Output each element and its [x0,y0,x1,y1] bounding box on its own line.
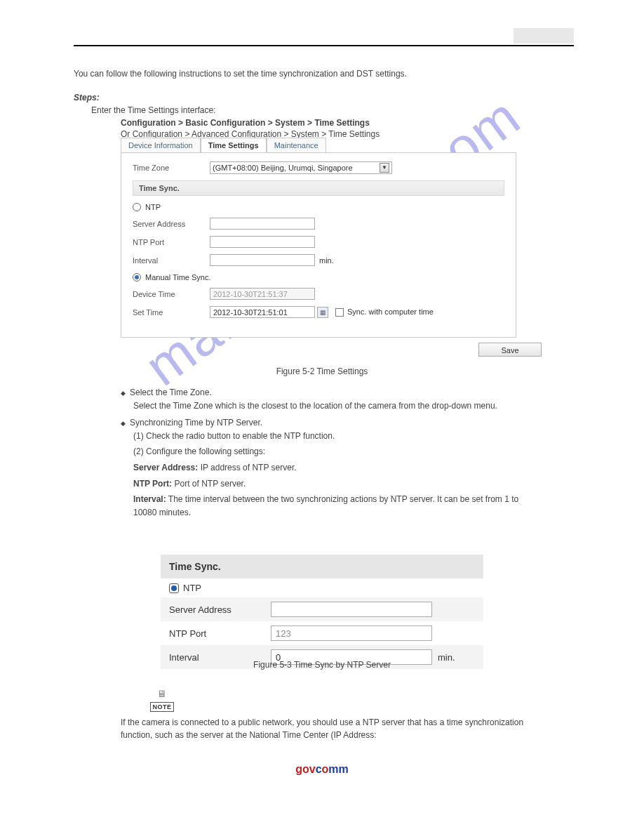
ntp-port-desc: Port of NTP server. [174,479,246,489]
bullet-ntp-step1: (1) Check the radio button to enable the… [133,430,542,443]
bullet-ntp-port: NTP Port: Port of NTP server. [133,477,542,491]
ntp-port-label2: NTP Port [169,628,271,639]
interval-term: Interval: [133,494,166,504]
ntp-port-input[interactable] [210,236,315,248]
manual-sync-radio[interactable] [133,273,141,282]
bullet-ntp: Synchronizing Time by NTP Server. [121,416,542,430]
ntp-label: NTP [145,203,161,211]
figure1-caption: Figure 5-2 Time Settings [0,366,644,376]
chevron-down-icon: ▼ [380,163,389,173]
server-address-term: Server Address: [133,463,198,472]
server-row: Server Address [161,597,483,621]
brand-c: c [316,763,322,775]
ntp-label2: NTP [183,583,201,593]
port-row: NTP Port 123 [161,621,483,645]
header-badge [514,28,574,44]
interval-desc: The time interval between the two synchr… [133,494,518,517]
ntp-port-input2[interactable]: 123 [271,626,432,641]
note-icon: 🖥 NOTE [148,688,176,712]
instruction-bullets: Select the Time Zone. Select the Time Zo… [121,386,542,522]
ntp-radio[interactable] [133,203,141,211]
device-time-label: Device Time [133,290,210,298]
brand-gov: gov [295,763,315,775]
ntp-row: NTP [161,578,483,597]
steps-heading: Steps: [74,91,100,104]
note-label: NOTE [150,702,173,712]
sync-computer-label: Sync. with computer time [347,307,434,316]
tab-maintenance[interactable]: Maintenance [267,138,326,152]
brand-o: o [322,763,329,775]
timezone-label: Time Zone [133,164,210,172]
interval-input[interactable] [210,254,315,266]
step1-label: Enter the Time Settings interface: [91,105,215,115]
device-time-input: 2012-10-30T21:51:37 [210,288,315,300]
timesync-section-header: Time Sync. [133,180,504,196]
footer: govcomm [0,763,644,778]
step1-text: Enter the Time Settings interface: [91,104,215,117]
bullet-tz-desc: Select the Time Zone which is the closes… [133,399,542,413]
tab-device-information[interactable]: Device Information [121,138,201,152]
save-button[interactable]: Save [478,343,542,357]
ntp-config-panel: Time Sync. NTP Server Address NTP Port 1… [161,555,483,669]
set-time-input[interactable]: 2012-10-30T21:51:01 [210,306,315,318]
ntp-port-term: NTP Port: [133,479,172,489]
server-address-desc: IP address of NTP server. [201,463,297,472]
set-time-label: Set Time [133,308,210,317]
brand-logo: govcomm [295,763,349,775]
server-address-input[interactable] [210,218,315,230]
brand-mm: mm [328,763,348,775]
figure2-caption: Figure 5-3 Time Sync by NTP Server [0,660,644,670]
note-graphic-icon: 🖥 [148,688,176,699]
intro-line: You can follow the following instruction… [74,67,565,80]
ntp-section-header: Time Sync. [161,555,483,578]
interval-label: Interval [133,256,210,265]
server-address-label2: Server Address [169,604,271,615]
bullet-interval: Interval: The time interval between the … [133,493,542,519]
server-address-label: Server Address [133,220,210,228]
bullet-ntp-step2: (2) Configure the following settings: [133,445,542,458]
ntp-port-label: NTP Port [133,238,210,246]
calendar-icon[interactable]: ▦ [317,307,328,318]
time-settings-panel: Device Information Time Settings Mainten… [121,138,516,338]
sync-computer-checkbox[interactable] [335,308,344,317]
bullet-server-address: Server Address: IP address of NTP server… [133,461,542,475]
ntp-radio-selected[interactable] [169,583,179,593]
header-rule [74,44,574,46]
bullet-tz: Select the Time Zone. [121,386,542,399]
note-text: If the camera is connected to a public n… [121,716,549,741]
timezone-value: (GMT+08:00) Beijing, Urumqi, Singapore [213,164,353,172]
tabs: Device Information Time Settings Mainten… [121,138,516,152]
timezone-select[interactable]: (GMT+08:00) Beijing, Urumqi, Singapore ▼ [210,161,392,174]
tab-time-settings[interactable]: Time Settings [201,138,267,152]
interval-unit: min. [319,256,334,265]
manual-sync-label: Manual Time Sync. [145,273,211,282]
server-address-input2[interactable] [271,602,432,617]
